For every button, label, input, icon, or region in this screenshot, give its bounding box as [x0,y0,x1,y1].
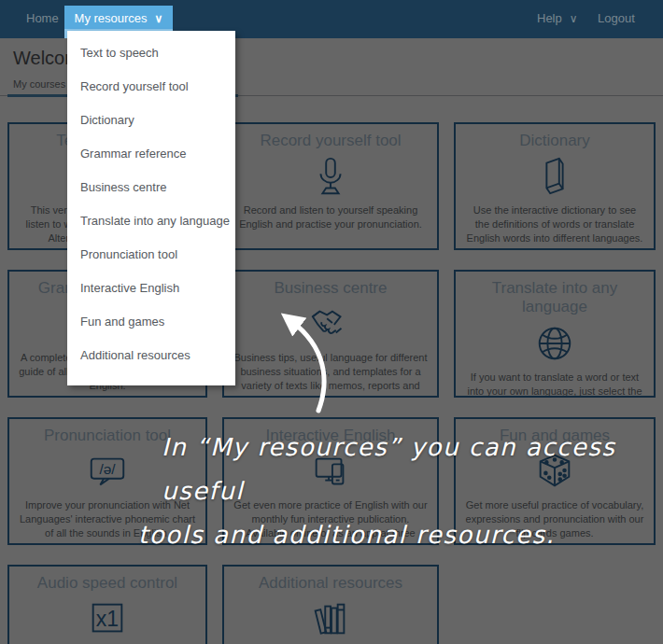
chevron-down-icon: ∨ [155,12,163,25]
dropdown-item-grammar-reference[interactable]: Grammar reference [67,137,235,171]
chevron-down-icon: ∨ [570,12,577,25]
help-label: Help [537,11,562,25]
my-resources-label: My resources [75,11,148,25]
dropdown-item-additional-resources[interactable]: Additional resources [67,339,235,372]
app-window: Home My resources ∨ Help∨ Logout Welcome… [0,0,663,644]
dropdown-item-dictionary[interactable]: Dictionary [67,104,235,137]
dropdown-item-text-to-speech[interactable]: Text to speech [67,36,235,70]
dropdown-item-pronunciation-tool[interactable]: Pronunciation tool [67,238,235,272]
dropdown-item-business-centre[interactable]: Business centre [67,171,235,204]
dropdown-item-translate-into-any-language[interactable]: Translate into any language [67,204,235,238]
nav-help-link[interactable]: Help∨ [537,11,577,25]
dropdown-item-record-yourself-tool[interactable]: Record yourself tool [67,70,235,104]
my-resources-dropdown-menu: Text to speechRecord yourself toolDictio… [67,31,235,385]
dropdown-item-fun-and-games[interactable]: Fun and games [67,305,235,339]
nav-logout-link[interactable]: Logout [598,11,635,25]
dropdown-item-interactive-english[interactable]: Interactive English [67,272,235,305]
nav-home-link[interactable]: Home [26,11,59,25]
